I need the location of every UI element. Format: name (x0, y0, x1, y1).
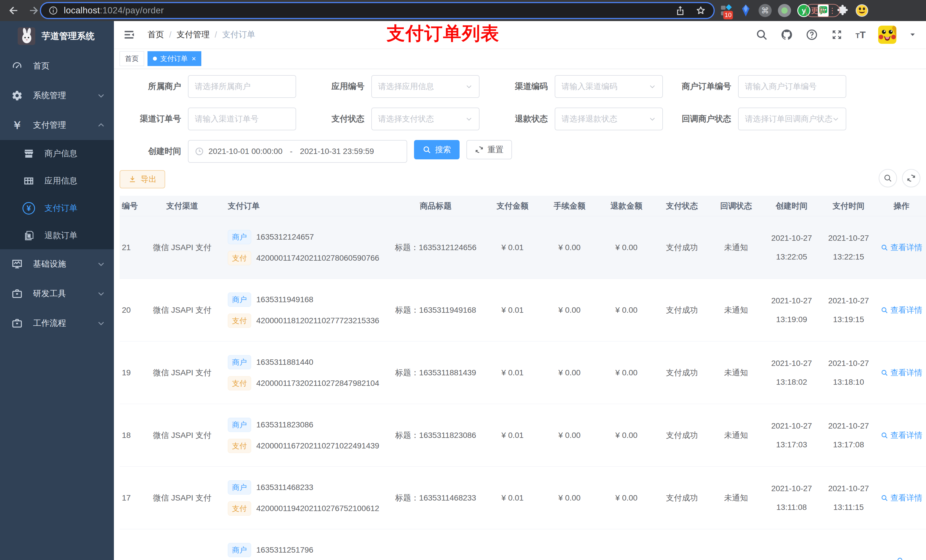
channel-code-select[interactable]: 请输入渠道编码 (555, 75, 663, 98)
reset-button[interactable]: 重置 (466, 140, 512, 159)
merchant-input-field[interactable] (195, 82, 289, 91)
font-size-icon[interactable]: TT (856, 29, 865, 41)
sidebar-item-pay[interactable]: ￥ 支付管理 (0, 110, 114, 140)
chevron-down-icon (465, 83, 473, 90)
cell-status: 支付成功 (655, 492, 709, 504)
table-row[interactable]: 18 微信 JSAPI 支付 商户 1635311823086 支付 42000… (120, 404, 926, 466)
sidebar-collapse-icon[interactable] (123, 28, 136, 41)
dashboard-icon (11, 60, 23, 72)
table-row[interactable]: 商户 1635311251796 支付 (120, 529, 926, 560)
create-time-range-picker[interactable]: 2021-10-01 00:00:00 - 2021-10-31 23:59:5… (188, 140, 407, 163)
share-icon[interactable] (675, 5, 686, 16)
paid-time: 13:18:10 (833, 376, 864, 388)
view-detail-label: 查看详情 (890, 429, 922, 442)
pay-status-select[interactable]: 请选择支付状态 (371, 107, 480, 130)
magnifier-icon (881, 369, 888, 376)
merchant-order-no: 1635311823086 (256, 418, 313, 431)
cell-actions: 查看详情 (877, 367, 926, 379)
close-icon[interactable]: × (192, 55, 196, 62)
table-row[interactable]: 20 微信 JSAPI 支付 商户 1635311949168 支付 42000… (120, 279, 926, 341)
pay-order-line: 支付 4200001181202110277723215336 (228, 314, 379, 328)
column-header: 支付状态 (655, 201, 709, 211)
address-bar[interactable]: localhost:1024/pay/order (40, 2, 715, 19)
avatar-caret-icon[interactable] (909, 31, 916, 38)
refund-status-select[interactable]: 请选择退款状态 (555, 107, 663, 130)
search-button-label: 搜索 (435, 144, 451, 155)
callback-status-select[interactable]: 请选择订单回调商户状态 (738, 107, 846, 130)
sidebar-logo[interactable]: 芋道管理系统 (0, 21, 114, 51)
view-detail-link[interactable]: 查看详情 (881, 367, 922, 379)
column-header: 支付金额 (484, 201, 541, 211)
sidebar-item-home[interactable]: 首页 (0, 51, 114, 81)
view-detail-link[interactable]: 查看详情 (881, 492, 922, 504)
breadcrumb-home[interactable]: 首页 (147, 29, 164, 41)
fullscreen-icon[interactable] (831, 29, 843, 41)
chevron-down-icon (465, 115, 473, 123)
view-detail-link[interactable] (897, 557, 906, 560)
app-select[interactable]: 请选择应用信息 (371, 75, 480, 98)
search-button[interactable]: 搜索 (414, 140, 460, 159)
table-search-button[interactable] (879, 169, 897, 187)
table-refresh-button[interactable] (902, 169, 920, 187)
merchant-order-no-field[interactable] (745, 82, 840, 91)
tab-pay-order[interactable]: 支付订单 × (147, 51, 201, 66)
browser-update-button[interactable]: 更新 ⋮ (805, 4, 840, 17)
extension-command-icon[interactable]: ⌘ (758, 4, 772, 17)
cell-pay-order: 商户 1635311468233 支付 42000011942021102767… (219, 480, 387, 516)
column-header: 操作 (877, 201, 926, 211)
sidebar-item-workflow[interactable]: 工作流程 (0, 308, 114, 338)
channel-order-no-input[interactable] (188, 107, 296, 130)
sidebar-item-merchant-info[interactable]: 商户信息 (0, 140, 114, 167)
created-date: 2021-10-27 (771, 420, 812, 432)
search-icon[interactable] (755, 29, 768, 41)
channel-order-no-field[interactable] (195, 115, 289, 124)
breadcrumb-section[interactable]: 支付管理 (177, 29, 210, 41)
github-icon[interactable] (781, 29, 793, 41)
paid-time: 13:19:15 (833, 313, 864, 326)
sidebar-item-system[interactable]: 系统管理 (0, 81, 114, 110)
table-row[interactable]: 19 微信 JSAPI 支付 商户 1635311881440 支付 42000… (120, 341, 926, 404)
sidebar-item-devtools[interactable]: 研发工具 (0, 279, 114, 308)
merchant-input[interactable] (188, 75, 296, 98)
extension-emoji-icon[interactable] (855, 4, 869, 17)
tab-home[interactable]: 首页 (120, 51, 144, 66)
download-icon (128, 175, 137, 184)
view-detail-label: 查看详情 (890, 367, 922, 379)
bookmark-star-icon[interactable] (695, 5, 706, 16)
export-button[interactable]: 导出 (120, 170, 165, 189)
sidebar-item-infra[interactable]: 基础设施 (0, 249, 114, 279)
extension-recorder-icon[interactable] (778, 4, 791, 17)
view-detail-link[interactable]: 查看详情 (881, 304, 922, 316)
browser-forward-icon[interactable] (27, 4, 40, 17)
avatar[interactable] (878, 26, 896, 44)
sidebar-item-label: 应用信息 (44, 175, 77, 187)
cell-paid-time: 2021-10-27 13:22:15 (820, 232, 877, 263)
sidebar-item-pay-order[interactable]: ¥ 支付订单 (0, 195, 114, 222)
help-icon[interactable] (805, 29, 818, 41)
view-detail-link[interactable]: 查看详情 (881, 429, 922, 442)
view-detail-link[interactable]: 查看详情 (881, 241, 922, 254)
merchant-order-no-input[interactable] (738, 75, 846, 98)
table-row[interactable]: 21 微信 JSAPI 支付 商户 1635312124657 支付 42000… (120, 216, 926, 279)
field-label: 创建时间 (120, 146, 188, 157)
browser-menu-icon[interactable]: ⋮ (829, 6, 836, 15)
view-detail-label: 查看详情 (890, 304, 922, 316)
cell-refund: ¥ 0.00 (598, 304, 655, 316)
cell-title: 标题：1635311468233 (387, 492, 484, 504)
extension-tabs-icon[interactable]: 10 (720, 4, 733, 17)
extension-badge: 10 (723, 11, 733, 20)
pay-tag: 支付 (228, 314, 251, 328)
table-row[interactable]: 17 微信 JSAPI 支付 商户 1635311468233 支付 42000… (120, 466, 926, 529)
gear-icon (11, 89, 23, 102)
created-time: 13:19:09 (776, 313, 807, 326)
view-detail-label: 查看详情 (890, 492, 922, 504)
browser-back-icon[interactable] (8, 4, 20, 17)
cell-notify-status: 未通知 (709, 241, 763, 254)
extension-gem-icon[interactable] (739, 4, 752, 17)
top-navbar: 首页 / 支付管理 / 支付订单 支付订单列表 TT (114, 21, 926, 48)
sidebar-item-app-info[interactable]: 应用信息 (0, 167, 114, 195)
cell-pay-order: 商户 1635311251796 支付 (219, 543, 387, 560)
sidebar-item-refund-order[interactable]: 退款订单 (0, 222, 114, 249)
site-info-icon[interactable] (48, 6, 58, 15)
table-header-row: 编号支付渠道支付订单商品标题支付金额手续金额退款金额支付状态回调状态创建时间支付… (120, 196, 926, 216)
